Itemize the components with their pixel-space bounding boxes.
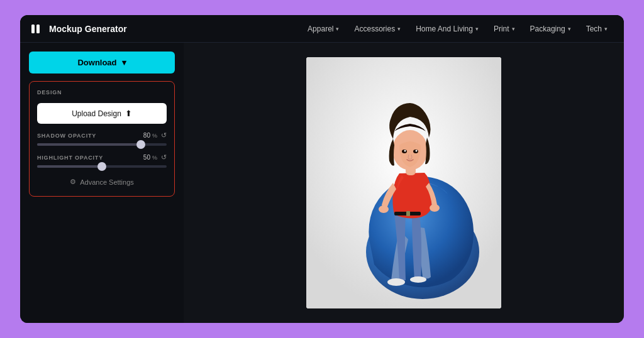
nav-print[interactable]: Print ▾ [487, 22, 521, 36]
sidebar: Download ▾ DESIGN Upload Design ⬆ SHADOW… [20, 43, 184, 323]
svg-point-8 [430, 204, 440, 212]
svg-rect-1 [36, 25, 40, 33]
highlight-opacity-header: HIGHLIGHT OPACITY 50 % ↺ [37, 153, 167, 161]
svg-point-14 [416, 150, 418, 152]
highlight-opacity-thumb[interactable] [97, 162, 106, 171]
shadow-opacity-header: SHADOW OPACITY 80 % ↺ [37, 131, 167, 139]
logo-icon [30, 22, 44, 36]
svg-point-13 [404, 150, 406, 152]
svg-rect-16 [406, 211, 410, 216]
highlight-opacity-group: HIGHLIGHT OPACITY 50 % ↺ [37, 153, 167, 168]
chevron-down-icon: ▾ [397, 26, 401, 32]
advance-settings-button[interactable]: ⚙ Advance Settings [37, 175, 167, 188]
chevron-down-icon: ▾ [336, 26, 339, 32]
nav-apparel[interactable]: Apparel ▾ [301, 22, 345, 36]
shadow-opacity-value: 80 % [143, 132, 157, 139]
nav-packaging[interactable]: Packaging ▾ [524, 22, 577, 36]
shadow-opacity-fill [37, 143, 141, 146]
download-button[interactable]: Download ▾ [29, 52, 175, 74]
chevron-down-icon: ▾ [604, 26, 608, 32]
nav-tech[interactable]: Tech ▾ [580, 22, 614, 36]
svg-point-7 [379, 205, 389, 213]
highlight-opacity-track[interactable] [37, 165, 167, 168]
upload-icon: ⬆ [125, 109, 132, 118]
chevron-down-icon: ▾ [568, 26, 571, 32]
chevron-down-icon: ▾ [512, 26, 515, 32]
highlight-opacity-fill [37, 165, 102, 168]
settings-panel: DESIGN Upload Design ⬆ SHADOW OPACITY 80… [29, 81, 175, 197]
main-content: Download ▾ DESIGN Upload Design ⬆ SHADOW… [20, 43, 624, 323]
highlight-opacity-label: HIGHLIGHT OPACITY [37, 155, 140, 161]
chevron-down-icon: ▾ [122, 58, 126, 67]
app-window: Mockup Generator Apparel ▾ Accessories ▾… [20, 15, 624, 323]
logo-area: Mockup Generator [30, 22, 127, 36]
highlight-opacity-value: 50 % [143, 154, 157, 161]
design-section-label: DESIGN [37, 89, 167, 95]
shadow-opacity-thumb[interactable] [136, 140, 145, 149]
svg-point-6 [410, 276, 426, 283]
app-title: Mockup Generator [49, 24, 127, 34]
canvas-area [184, 43, 624, 323]
shadow-opacity-track[interactable] [37, 143, 167, 146]
reset-highlight-icon[interactable]: ↺ [161, 153, 167, 161]
header: Mockup Generator Apparel ▾ Accessories ▾… [20, 15, 624, 43]
mockup-preview [306, 57, 501, 308]
chevron-down-icon: ▾ [475, 26, 479, 32]
mockup-svg [306, 57, 501, 308]
upload-design-button[interactable]: Upload Design ⬆ [37, 103, 167, 124]
gear-icon: ⚙ [70, 178, 76, 186]
shadow-opacity-group: SHADOW OPACITY 80 % ↺ [37, 131, 167, 146]
nav-accessories[interactable]: Accessories ▾ [348, 22, 407, 36]
nav-home-living[interactable]: Home And Living ▾ [409, 22, 485, 36]
reset-shadow-icon[interactable]: ↺ [161, 131, 167, 139]
svg-rect-0 [31, 25, 35, 33]
main-nav: Apparel ▾ Accessories ▾ Home And Living … [301, 22, 614, 36]
svg-point-5 [387, 278, 405, 286]
shadow-opacity-label: SHADOW OPACITY [37, 133, 140, 139]
